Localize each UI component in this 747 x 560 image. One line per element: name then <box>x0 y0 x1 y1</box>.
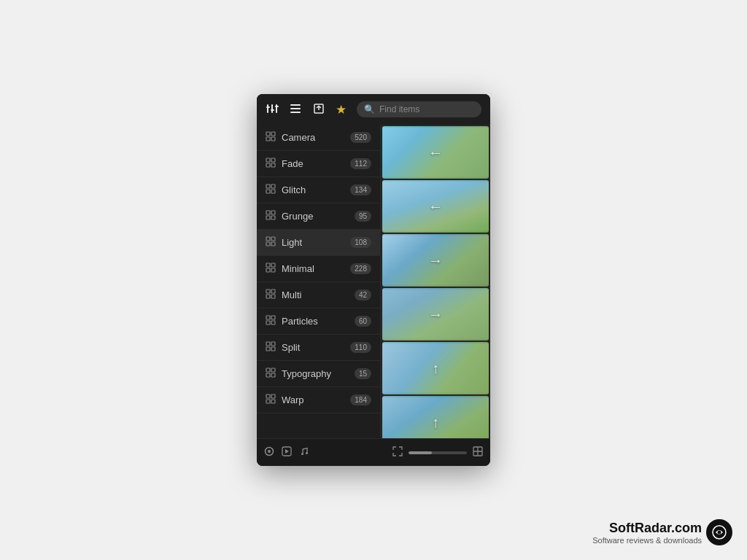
sidebar-item-camera[interactable]: Camera 520 <box>257 125 380 151</box>
bottom-left-icons <box>264 446 309 459</box>
svg-rect-41 <box>266 321 270 324</box>
play-icon[interactable] <box>282 446 292 459</box>
sidebar-item-light[interactable]: Light 108 <box>257 230 380 256</box>
watermark-logo <box>706 519 732 545</box>
sidebar-item-label: Camera <box>282 132 344 143</box>
svg-rect-42 <box>271 321 275 324</box>
sidebar-item-badge: 15 <box>355 368 371 379</box>
search-icon: 🔍 <box>364 104 375 114</box>
sidebar-item-label: Particles <box>282 316 349 327</box>
sidebar-item-split[interactable]: Split 110 <box>257 335 380 361</box>
svg-rect-52 <box>271 394 275 398</box>
watermark-subtitle: Software reviews & downloads <box>592 536 702 545</box>
svg-rect-43 <box>266 342 270 346</box>
svg-rect-5 <box>275 106 279 107</box>
svg-rect-12 <box>271 132 275 136</box>
favorites-icon[interactable]: ★ <box>336 104 347 116</box>
preview-arrow: ← <box>428 144 443 161</box>
svg-rect-1 <box>271 104 273 113</box>
svg-point-60 <box>306 452 308 454</box>
svg-rect-17 <box>266 163 270 167</box>
sidebar-item-badge: 110 <box>350 342 371 353</box>
sidebar-item-minimal[interactable]: Minimal 228 <box>257 256 380 282</box>
bottom-bar <box>257 438 490 466</box>
sidebar-item-glitch[interactable]: Glitch 134 <box>257 177 380 203</box>
music-icon[interactable] <box>299 446 309 459</box>
svg-rect-50 <box>271 373 275 377</box>
svg-rect-51 <box>266 394 270 398</box>
svg-rect-29 <box>266 242 270 246</box>
svg-rect-26 <box>271 216 275 219</box>
sliders-icon[interactable] <box>266 102 279 117</box>
preview-item[interactable]: → <box>382 234 489 287</box>
category-icon <box>266 341 276 354</box>
sidebar-item-grunge[interactable]: Grunge 95 <box>257 203 380 230</box>
category-icon <box>266 158 276 170</box>
sidebar-item-badge: 95 <box>355 211 371 222</box>
svg-rect-2 <box>276 104 277 113</box>
preview-item[interactable]: → <box>382 288 489 341</box>
svg-rect-8 <box>290 112 301 113</box>
sidebar-item-badge: 112 <box>350 158 371 169</box>
svg-rect-16 <box>271 158 275 162</box>
svg-rect-39 <box>266 316 270 319</box>
settings-bottom-icon[interactable] <box>264 446 274 459</box>
sidebar-item-badge: 228 <box>350 263 371 274</box>
sidebar-item-fade[interactable]: Fade 112 <box>257 151 380 177</box>
export-icon[interactable] <box>312 102 325 117</box>
svg-point-56 <box>268 450 271 453</box>
svg-rect-40 <box>271 316 275 319</box>
svg-rect-18 <box>271 163 275 167</box>
category-icon <box>266 210 276 222</box>
sidebar-item-badge: 134 <box>350 184 371 195</box>
sidebar-item-typography[interactable]: Typography 15 <box>257 361 380 387</box>
preview-item[interactable]: ↑ <box>382 396 489 438</box>
sidebar-item-multi[interactable]: Multi 42 <box>257 282 380 308</box>
preview-arrow: ↑ <box>432 414 439 431</box>
sidebar: Camera 520 Fade 112 Glitch 134 <box>257 125 381 438</box>
progress-bar[interactable] <box>409 451 467 454</box>
svg-rect-13 <box>266 137 270 141</box>
grid-icon[interactable] <box>473 446 483 459</box>
svg-rect-23 <box>266 211 270 214</box>
app-window: ★ 🔍 Camera 520 <box>257 94 490 466</box>
progress-bar-fill <box>409 451 432 454</box>
sidebar-item-label: Warp <box>282 394 344 405</box>
category-icon <box>266 368 276 380</box>
sidebar-item-label: Minimal <box>282 263 344 274</box>
svg-rect-3 <box>266 106 270 108</box>
preview-item[interactable]: ↑ <box>382 342 489 394</box>
preview-arrow: ← <box>428 198 443 215</box>
list-icon[interactable] <box>289 102 302 117</box>
svg-rect-37 <box>266 295 270 298</box>
svg-rect-54 <box>271 400 275 403</box>
watermark-title: SoftRadar.com <box>592 521 702 536</box>
svg-rect-19 <box>266 184 270 188</box>
svg-rect-45 <box>266 347 270 351</box>
svg-rect-47 <box>266 368 270 372</box>
search-bar[interactable]: 🔍 <box>357 101 481 117</box>
svg-rect-11 <box>266 132 270 136</box>
sidebar-item-warp[interactable]: Warp 184 <box>257 387 380 413</box>
svg-rect-49 <box>266 373 270 377</box>
search-input[interactable] <box>379 104 474 114</box>
category-icon <box>266 289 276 301</box>
main-content: Camera 520 Fade 112 Glitch 134 <box>257 125 490 438</box>
svg-rect-0 <box>267 104 268 113</box>
preview-item[interactable]: ← <box>382 180 489 233</box>
sidebar-item-particles[interactable]: Particles 60 <box>257 308 380 335</box>
expand-icon[interactable] <box>392 446 403 459</box>
watermark: SoftRadar.com Software reviews & downloa… <box>592 519 732 545</box>
category-icon <box>266 394 276 406</box>
preview-item[interactable]: ← <box>382 126 489 179</box>
svg-rect-27 <box>266 237 270 241</box>
preview-panel: ← ← → → ↑ ↑ <box>381 125 490 438</box>
sidebar-item-label: Glitch <box>282 184 344 195</box>
category-icon <box>266 131 276 144</box>
svg-point-59 <box>301 453 303 455</box>
svg-rect-33 <box>266 268 270 272</box>
preview-arrow: → <box>428 306 443 323</box>
svg-rect-31 <box>266 263 270 267</box>
svg-rect-22 <box>271 190 275 193</box>
category-icon <box>266 236 276 249</box>
